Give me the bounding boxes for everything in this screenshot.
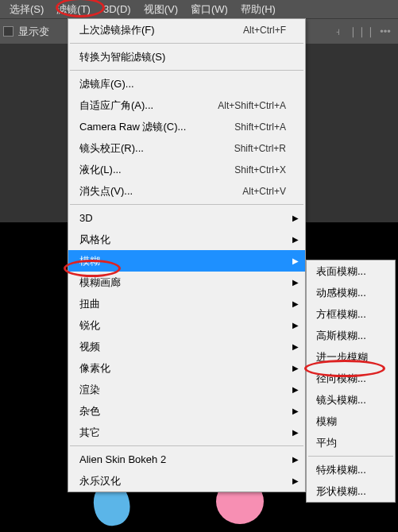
menu-label: 模糊画廊 <box>79 276 286 290</box>
submenu-item[interactable]: 径向模糊... <box>307 368 395 389</box>
blur-submenu: 表面模糊...动感模糊...方框模糊...高斯模糊...进一步模糊径向模糊...… <box>306 260 396 503</box>
menu-last-filter[interactable]: 上次滤镜操作(F) Alt+Ctrl+F <box>68 19 305 40</box>
menu-separator <box>70 43 303 44</box>
menu-label: 自适应广角(A)... <box>79 98 218 113</box>
submenu-arrow-icon: ▶ <box>292 407 299 415</box>
submenu-item[interactable]: 特殊模糊... <box>307 459 395 480</box>
submenu-arrow-icon: ▶ <box>292 476 299 485</box>
menu-filter[interactable]: 滤镜(T) <box>50 1 97 18</box>
menu-label: 滤镜库(G)... <box>79 77 286 91</box>
show-transform-checkbox[interactable] <box>3 26 14 37</box>
menu-label: 锐化 <box>79 318 286 333</box>
menu-separator <box>70 445 303 446</box>
submenu-arrow-icon: ▶ <box>292 342 299 351</box>
menu-separator <box>70 70 303 71</box>
menu-label: Alien Skin Bokeh 2 <box>79 453 286 465</box>
align-icon[interactable]: ⫞ <box>331 25 344 38</box>
menu-item[interactable]: 滤镜库(G)... <box>68 73 305 94</box>
menu-item[interactable]: 模糊▶ <box>68 250 305 272</box>
submenu-arrow-icon: ▶ <box>292 299 299 308</box>
menu-item[interactable]: 扭曲▶ <box>68 293 305 314</box>
menu-item[interactable]: Camera Raw 滤镜(C)...Shift+Ctrl+A <box>68 116 305 137</box>
menu-help[interactable]: 帮助(H) <box>234 1 282 18</box>
menu-separator <box>70 204 303 205</box>
menu-shortcut: Alt+Ctrl+F <box>243 25 286 36</box>
menu-label: 镜头校正(R)... <box>79 141 234 156</box>
menu-item[interactable]: 自适应广角(A)...Alt+Shift+Ctrl+A <box>68 94 305 116</box>
submenu-arrow-icon: ▶ <box>292 256 299 265</box>
filter-menu: 上次滤镜操作(F) Alt+Ctrl+F 转换为智能滤镜(S) 滤镜库(G)..… <box>68 18 306 492</box>
menu-shortcut: Alt+Ctrl+V <box>242 186 286 197</box>
submenu-arrow-icon: ▶ <box>292 364 299 372</box>
menu-shortcut: Shift+Ctrl+A <box>234 121 286 133</box>
submenu-item[interactable]: 动感模糊... <box>307 282 395 303</box>
menubar: 选择(S) 滤镜(T) 3D(D) 视图(V) 窗口(W) 帮助(H) <box>0 0 398 18</box>
menu-label: 渲染 <box>79 383 286 397</box>
menu-label: 风格化 <box>79 233 286 247</box>
menu-label: 3D <box>79 212 286 224</box>
menu-convert-smart[interactable]: 转换为智能滤镜(S) <box>68 46 305 67</box>
submenu-arrow-icon: ▶ <box>292 455 299 464</box>
menu-item[interactable]: 永乐汉化▶ <box>68 470 305 492</box>
menu-item[interactable]: Alien Skin Bokeh 2▶ <box>68 449 305 470</box>
menu-select[interactable]: 选择(S) <box>3 1 50 18</box>
menu-label: 扭曲 <box>79 297 286 311</box>
menu-window[interactable]: 窗口(W) <box>184 1 234 18</box>
more-icon[interactable]: ••• <box>379 25 392 38</box>
submenu-item[interactable]: 方框模糊... <box>307 303 395 325</box>
submenu-item[interactable]: 形状模糊... <box>307 480 395 502</box>
submenu-item[interactable]: 表面模糊... <box>307 260 395 282</box>
menu-label: Camera Raw 滤镜(C)... <box>79 120 234 134</box>
submenu-arrow-icon: ▶ <box>292 385 299 394</box>
submenu-item[interactable]: 高斯模糊... <box>307 325 395 346</box>
toolbar-right: ⫞ ❘❘❘ ••• <box>331 25 398 38</box>
menu-item[interactable]: 液化(L)...Shift+Ctrl+X <box>68 159 305 180</box>
submenu-arrow-icon: ▶ <box>292 278 299 287</box>
menu-item[interactable]: 视频▶ <box>68 336 305 357</box>
menu-view[interactable]: 视图(V) <box>137 1 184 18</box>
menu-label: 液化(L)... <box>79 163 234 177</box>
submenu-item[interactable]: 平均 <box>307 432 395 453</box>
menu-label: 视频 <box>79 340 286 354</box>
submenu-item[interactable]: 进一步模糊 <box>307 346 395 368</box>
menu-item[interactable]: 其它▶ <box>68 422 305 443</box>
menu-item[interactable]: 锐化▶ <box>68 314 305 336</box>
menu-item[interactable]: 消失点(V)...Alt+Ctrl+V <box>68 180 305 202</box>
menu-label: 其它 <box>79 426 286 440</box>
menu-label: 像素化 <box>79 361 286 376</box>
menu-label: 消失点(V)... <box>79 184 242 199</box>
menu-label: 模糊 <box>79 254 286 268</box>
menu-item[interactable]: 像素化▶ <box>68 357 305 379</box>
menu-label: 杂色 <box>79 404 286 418</box>
submenu-item[interactable]: 镜头模糊... <box>307 389 395 411</box>
submenu-arrow-icon: ▶ <box>292 235 299 244</box>
menu-shortcut: Shift+Ctrl+R <box>234 143 286 154</box>
menu-shortcut: Alt+Shift+Ctrl+A <box>218 100 286 111</box>
menu-item[interactable]: 杂色▶ <box>68 400 305 422</box>
menu-label: 永乐汉化 <box>79 474 286 488</box>
submenu-arrow-icon: ▶ <box>292 428 299 437</box>
checkbox-label: 显示变 <box>18 25 49 39</box>
menu-shortcut: Shift+Ctrl+X <box>234 164 286 175</box>
menu-item[interactable]: 渲染▶ <box>68 379 305 400</box>
menu-label: 上次滤镜操作(F) <box>79 23 243 37</box>
menu-item[interactable]: 风格化▶ <box>68 229 305 250</box>
menu-item[interactable]: 模糊画廊▶ <box>68 272 305 293</box>
menu-3d[interactable]: 3D(D) <box>97 2 137 17</box>
submenu-arrow-icon: ▶ <box>292 321 299 330</box>
menu-item[interactable]: 3D▶ <box>68 207 305 229</box>
submenu-arrow-icon: ▶ <box>292 214 299 222</box>
submenu-item[interactable]: 模糊 <box>307 411 395 432</box>
menu-item[interactable]: 镜头校正(R)...Shift+Ctrl+R <box>68 137 305 159</box>
menu-label: 转换为智能滤镜(S) <box>79 50 286 64</box>
bars-icon[interactable]: ❘❘❘ <box>355 25 368 38</box>
menu-separator <box>308 456 393 457</box>
